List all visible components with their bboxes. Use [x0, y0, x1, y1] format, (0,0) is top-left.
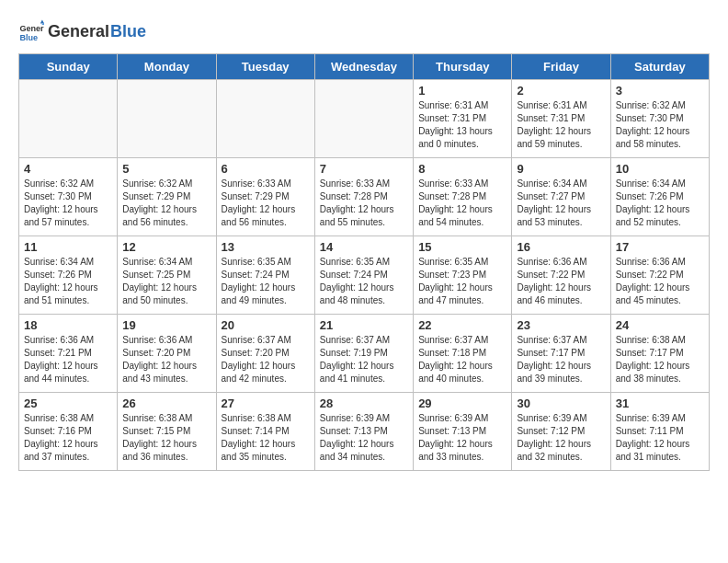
day-info: Sunrise: 6:36 AM Sunset: 7:22 PM Dayligh… [616, 256, 704, 307]
logo-icon: General Blue [18, 18, 44, 44]
svg-text:Blue: Blue [19, 33, 38, 42]
week-row-2: 4Sunrise: 6:32 AM Sunset: 7:30 PM Daylig… [19, 158, 710, 236]
day-info: Sunrise: 6:35 AM Sunset: 7:23 PM Dayligh… [418, 256, 506, 307]
calendar-cell: 26Sunrise: 6:38 AM Sunset: 7:15 PM Dayli… [118, 393, 216, 471]
calendar-cell [19, 80, 118, 158]
calendar-cell: 14Sunrise: 6:35 AM Sunset: 7:24 PM Dayli… [314, 236, 413, 315]
day-info: Sunrise: 6:34 AM Sunset: 7:26 PM Dayligh… [616, 178, 704, 229]
calendar-cell [314, 80, 413, 158]
calendar-cell: 30Sunrise: 6:39 AM Sunset: 7:12 PM Dayli… [512, 393, 610, 471]
calendar-cell [216, 80, 314, 158]
day-number: 21 [320, 318, 408, 332]
day-header-friday: Friday [512, 54, 610, 80]
logo: General Blue General Blue [18, 18, 146, 44]
day-header-sunday: Sunday [19, 54, 118, 80]
day-info: Sunrise: 6:39 AM Sunset: 7:12 PM Dayligh… [517, 412, 605, 464]
calendar-cell: 25Sunrise: 6:38 AM Sunset: 7:16 PM Dayli… [19, 393, 118, 471]
calendar-cell: 18Sunrise: 6:36 AM Sunset: 7:21 PM Dayli… [19, 315, 118, 393]
day-info: Sunrise: 6:36 AM Sunset: 7:20 PM Dayligh… [122, 334, 210, 385]
day-info: Sunrise: 6:33 AM Sunset: 7:28 PM Dayligh… [320, 178, 408, 229]
calendar-cell: 8Sunrise: 6:33 AM Sunset: 7:28 PM Daylig… [414, 158, 512, 236]
day-number: 12 [122, 240, 210, 254]
day-number: 20 [222, 318, 310, 332]
calendar-cell: 20Sunrise: 6:37 AM Sunset: 7:20 PM Dayli… [216, 315, 314, 393]
days-header-row: SundayMondayTuesdayWednesdayThursdayFrid… [19, 54, 710, 80]
day-number: 13 [222, 240, 310, 254]
calendar-cell: 31Sunrise: 6:39 AM Sunset: 7:11 PM Dayli… [610, 393, 709, 471]
calendar-cell: 17Sunrise: 6:36 AM Sunset: 7:22 PM Dayli… [610, 236, 709, 315]
day-number: 9 [517, 162, 605, 176]
week-row-3: 11Sunrise: 6:34 AM Sunset: 7:26 PM Dayli… [19, 236, 710, 315]
calendar-cell: 4Sunrise: 6:32 AM Sunset: 7:30 PM Daylig… [19, 158, 118, 236]
svg-text:General: General [19, 24, 44, 33]
day-info: Sunrise: 6:32 AM Sunset: 7:30 PM Dayligh… [24, 178, 112, 229]
day-info: Sunrise: 6:39 AM Sunset: 7:11 PM Dayligh… [616, 412, 704, 464]
day-number: 24 [616, 318, 704, 332]
day-info: Sunrise: 6:37 AM Sunset: 7:17 PM Dayligh… [517, 334, 605, 385]
day-header-saturday: Saturday [610, 54, 709, 80]
day-number: 30 [517, 396, 605, 410]
calendar-cell: 19Sunrise: 6:36 AM Sunset: 7:20 PM Dayli… [118, 315, 216, 393]
day-info: Sunrise: 6:33 AM Sunset: 7:28 PM Dayligh… [418, 178, 506, 229]
calendar-cell: 2Sunrise: 6:31 AM Sunset: 7:31 PM Daylig… [512, 80, 610, 158]
day-number: 4 [24, 162, 112, 176]
day-info: Sunrise: 6:31 AM Sunset: 7:31 PM Dayligh… [418, 99, 506, 151]
day-number: 27 [222, 396, 310, 410]
day-info: Sunrise: 6:34 AM Sunset: 7:25 PM Dayligh… [122, 256, 210, 307]
day-number: 1 [418, 84, 506, 98]
calendar-cell: 5Sunrise: 6:32 AM Sunset: 7:29 PM Daylig… [118, 158, 216, 236]
day-number: 14 [320, 240, 408, 254]
day-number: 28 [320, 396, 408, 410]
calendar-cell: 12Sunrise: 6:34 AM Sunset: 7:25 PM Dayli… [118, 236, 216, 315]
day-info: Sunrise: 6:35 AM Sunset: 7:24 PM Dayligh… [222, 256, 310, 307]
calendar-cell: 24Sunrise: 6:38 AM Sunset: 7:17 PM Dayli… [610, 315, 709, 393]
day-header-wednesday: Wednesday [314, 54, 413, 80]
day-info: Sunrise: 6:32 AM Sunset: 7:30 PM Dayligh… [616, 99, 704, 151]
day-number: 29 [418, 396, 506, 410]
day-number: 2 [517, 84, 605, 98]
day-number: 17 [616, 240, 704, 254]
logo-general: General [48, 22, 109, 41]
day-number: 19 [122, 318, 210, 332]
day-info: Sunrise: 6:39 AM Sunset: 7:13 PM Dayligh… [418, 412, 506, 464]
day-number: 26 [122, 396, 210, 410]
calendar-cell: 11Sunrise: 6:34 AM Sunset: 7:26 PM Dayli… [19, 236, 118, 315]
calendar-cell: 22Sunrise: 6:37 AM Sunset: 7:18 PM Dayli… [414, 315, 512, 393]
day-info: Sunrise: 6:35 AM Sunset: 7:24 PM Dayligh… [320, 256, 408, 307]
week-row-1: 1Sunrise: 6:31 AM Sunset: 7:31 PM Daylig… [19, 80, 710, 158]
day-number: 10 [616, 162, 704, 176]
day-info: Sunrise: 6:34 AM Sunset: 7:27 PM Dayligh… [517, 178, 605, 229]
week-row-4: 18Sunrise: 6:36 AM Sunset: 7:21 PM Dayli… [19, 315, 710, 393]
day-info: Sunrise: 6:37 AM Sunset: 7:19 PM Dayligh… [320, 334, 408, 385]
day-header-thursday: Thursday [414, 54, 512, 80]
day-info: Sunrise: 6:38 AM Sunset: 7:16 PM Dayligh… [24, 412, 112, 464]
day-info: Sunrise: 6:36 AM Sunset: 7:22 PM Dayligh… [517, 256, 605, 307]
day-number: 3 [616, 84, 704, 98]
day-header-monday: Monday [118, 54, 216, 80]
day-number: 16 [517, 240, 605, 254]
calendar-cell: 10Sunrise: 6:34 AM Sunset: 7:26 PM Dayli… [610, 158, 709, 236]
logo-blue: Blue [110, 22, 146, 41]
day-number: 11 [24, 240, 112, 254]
day-info: Sunrise: 6:36 AM Sunset: 7:21 PM Dayligh… [24, 334, 112, 385]
day-number: 15 [418, 240, 506, 254]
day-header-tuesday: Tuesday [216, 54, 314, 80]
calendar-cell: 1Sunrise: 6:31 AM Sunset: 7:31 PM Daylig… [414, 80, 512, 158]
calendar: SundayMondayTuesdayWednesdayThursdayFrid… [18, 53, 710, 471]
calendar-cell: 27Sunrise: 6:38 AM Sunset: 7:14 PM Dayli… [216, 393, 314, 471]
day-info: Sunrise: 6:32 AM Sunset: 7:29 PM Dayligh… [122, 178, 210, 229]
calendar-cell: 13Sunrise: 6:35 AM Sunset: 7:24 PM Dayli… [216, 236, 314, 315]
day-info: Sunrise: 6:34 AM Sunset: 7:26 PM Dayligh… [24, 256, 112, 307]
day-number: 6 [222, 162, 310, 176]
calendar-cell: 7Sunrise: 6:33 AM Sunset: 7:28 PM Daylig… [314, 158, 413, 236]
calendar-cell: 16Sunrise: 6:36 AM Sunset: 7:22 PM Dayli… [512, 236, 610, 315]
calendar-cell [118, 80, 216, 158]
day-info: Sunrise: 6:38 AM Sunset: 7:15 PM Dayligh… [122, 412, 210, 464]
day-number: 5 [122, 162, 210, 176]
calendar-cell: 29Sunrise: 6:39 AM Sunset: 7:13 PM Dayli… [414, 393, 512, 471]
day-number: 8 [418, 162, 506, 176]
calendar-cell: 3Sunrise: 6:32 AM Sunset: 7:30 PM Daylig… [610, 80, 709, 158]
day-info: Sunrise: 6:39 AM Sunset: 7:13 PM Dayligh… [320, 412, 408, 464]
week-row-5: 25Sunrise: 6:38 AM Sunset: 7:16 PM Dayli… [19, 393, 710, 471]
calendar-cell: 23Sunrise: 6:37 AM Sunset: 7:17 PM Dayli… [512, 315, 610, 393]
